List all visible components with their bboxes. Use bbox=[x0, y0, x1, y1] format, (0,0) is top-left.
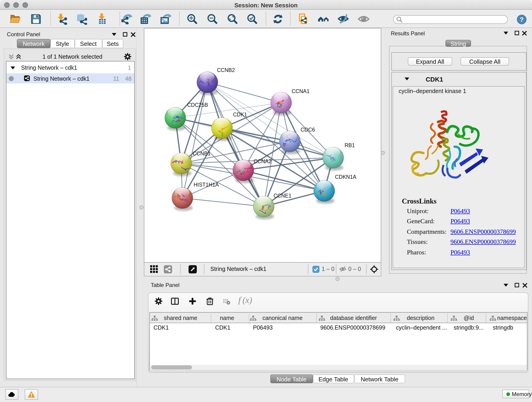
svg-text:CDC25B: CDC25B bbox=[187, 102, 208, 108]
svg-text:CCNB1: CCNB1 bbox=[192, 151, 210, 157]
svg-text:CCNA2: CCNA2 bbox=[253, 158, 271, 164]
svg-text:CCNE1: CCNE1 bbox=[273, 193, 291, 199]
svg-text:CCNB2: CCNB2 bbox=[217, 67, 234, 73]
svg-text:HIST1H1A: HIST1H1A bbox=[193, 182, 219, 188]
svg-text:?: ? bbox=[519, 16, 523, 23]
svg-text:CDK1: CDK1 bbox=[233, 112, 247, 118]
svg-text:CDKN1A: CDKN1A bbox=[335, 174, 356, 180]
svg-text:CDC6: CDC6 bbox=[300, 127, 315, 133]
svg-text:RB1: RB1 bbox=[344, 142, 355, 148]
svg-text:CCNA1: CCNA1 bbox=[291, 88, 309, 94]
